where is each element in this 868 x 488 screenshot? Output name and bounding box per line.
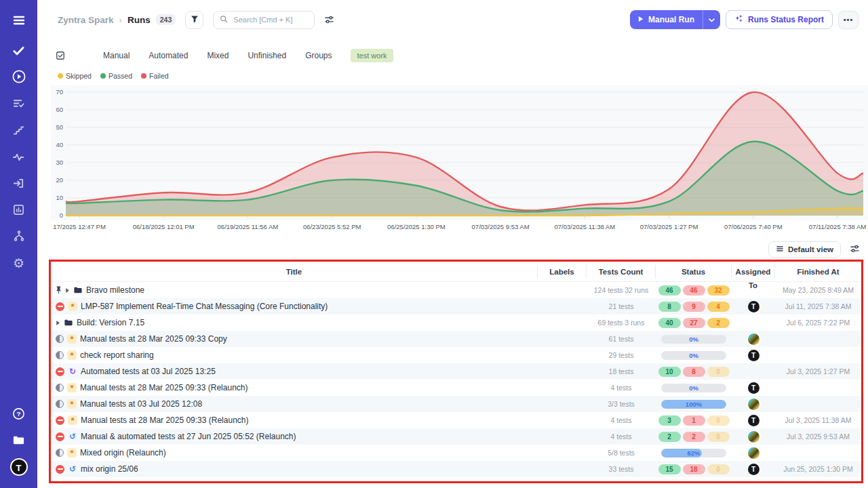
tab-unfinished[interactable]: Unfinished <box>248 51 286 60</box>
assignee-avatar[interactable]: T <box>748 382 760 394</box>
progress-label: 0% <box>661 335 726 344</box>
y-tick-label: 10 <box>56 194 63 201</box>
tag-test-work[interactable]: test work <box>351 49 393 62</box>
assignee-avatar[interactable]: T <box>748 415 760 426</box>
run-title[interactable]: Manual tests at 28 Mar 2025 09:33 (Relau… <box>81 415 248 425</box>
table-row[interactable]: *check report sharing29 tests0%T <box>51 347 861 363</box>
assignee-avatar[interactable]: T <box>748 350 760 361</box>
run-title[interactable]: Build: Version 7.15 <box>77 318 144 327</box>
table-row[interactable]: *Manual tests at 28 Mar 2025 09:33 (Rela… <box>51 380 861 396</box>
column-header-assigned-to[interactable]: Assigned To <box>732 265 775 279</box>
tests-count: 18 tests <box>587 363 656 380</box>
run-title[interactable]: Manual tests at 28 Mar 2025 09:33 (Relau… <box>80 383 248 392</box>
run-title[interactable]: Mixed origin (Relaunch) <box>80 448 166 458</box>
select-check-icon[interactable] <box>56 51 65 60</box>
funnel-icon <box>191 14 199 26</box>
manual-run-button[interactable]: Manual Run <box>630 10 720 29</box>
table-row[interactable]: *Manual tests at 28 Mar 2025 09:33 Copy6… <box>51 331 861 347</box>
run-title[interactable]: check report sharing <box>80 350 154 360</box>
labels-cell <box>538 314 587 331</box>
table-row[interactable]: Bravo milestone124 tests 32 runs464632Ma… <box>51 282 861 298</box>
table-row[interactable]: Build: Version 7.1569 tests 3 runs40272J… <box>51 314 861 331</box>
filter-button[interactable] <box>185 11 203 29</box>
assignee-avatar[interactable]: T <box>748 464 760 475</box>
table-row[interactable]: ↺mix origin 25/0633 tests15180TJun 25, 2… <box>51 461 861 477</box>
search-box[interactable] <box>213 11 315 29</box>
sidebar-item-pulse[interactable] <box>0 148 37 165</box>
sidebar-item-sign-in[interactable] <box>0 175 37 191</box>
more-actions-button[interactable]: ••• <box>838 11 859 29</box>
run-title[interactable]: Automated tests at 03 Jul 2025 13:25 <box>81 367 216 376</box>
assignee-avatar[interactable]: T <box>748 301 760 312</box>
sidebar-item-play-circle[interactable] <box>0 68 37 85</box>
expander-icon[interactable] <box>65 287 70 293</box>
run-title[interactable]: Manual tests at 03 Jul 2025 12:08 <box>80 399 202 409</box>
legend-failed[interactable]: Failed <box>141 72 169 80</box>
column-header-tests-count[interactable]: Tests Count <box>587 265 656 279</box>
column-header-status[interactable]: Status <box>656 265 732 279</box>
sidebar-item-menu[interactable] <box>0 12 37 28</box>
sparkles-icon <box>734 14 743 25</box>
play-icon <box>638 15 644 24</box>
table-row[interactable]: *Manual tests at 28 Mar 2025 09:33 (Rela… <box>51 412 861 428</box>
count-pill-green: 3 <box>658 415 681 426</box>
run-title[interactable]: mix origin 25/06 <box>81 464 138 474</box>
column-header-finished-at[interactable]: Finished At <box>775 265 861 279</box>
progress-bar: 62% <box>661 449 726 458</box>
menu-icon <box>12 14 26 27</box>
sidebar-item-folder[interactable] <box>0 432 37 448</box>
column-header-labels[interactable]: Labels <box>538 265 587 279</box>
y-tick-label: 0 <box>60 211 63 219</box>
expander-icon[interactable] <box>56 320 60 326</box>
status-cell: 1080 <box>656 363 732 380</box>
sidebar-item-branch[interactable] <box>0 228 37 244</box>
list-icon <box>776 245 784 254</box>
assignee-avatar[interactable] <box>748 447 760 459</box>
manual-run-dropdown[interactable] <box>703 10 720 29</box>
table-row[interactable]: ↺Manual & automated tests at 27 Jun 2025… <box>51 428 861 445</box>
default-view-button[interactable]: Default view <box>768 241 841 258</box>
table-row[interactable]: *Mixed origin (Relaunch)5/8 tests62% <box>51 445 861 461</box>
legend-label: Passed <box>108 72 132 80</box>
tab-groups[interactable]: Groups <box>305 51 332 60</box>
tests-count: 3/3 tests <box>587 396 656 412</box>
breadcrumb-project[interactable]: Zyntra Spark <box>58 15 114 25</box>
legend-skipped[interactable]: Skipped <box>58 72 92 80</box>
tab-automated[interactable]: Automated <box>149 51 188 60</box>
tests-count: 124 tests 32 runs <box>587 282 656 298</box>
adjustments-icon[interactable] <box>324 15 334 25</box>
assignee-cell: T <box>732 380 775 396</box>
run-title[interactable]: Manual & automated tests at 27 Jun 2025 … <box>81 432 296 441</box>
tab-mixed[interactable]: Mixed <box>207 51 229 60</box>
run-title[interactable]: Bravo milestone <box>86 285 144 295</box>
search-input[interactable] <box>232 15 307 24</box>
finished-at: Jul 3, 2025 1:27 PM <box>775 363 861 380</box>
run-title-cell: *Manual tests at 28 Mar 2025 09:33 Copy <box>51 331 538 347</box>
status-stopped-icon <box>56 465 64 474</box>
assignee-avatar[interactable] <box>748 431 760 443</box>
tab-manual[interactable]: Manual <box>103 51 130 60</box>
sidebar-item-help[interactable]: ? <box>0 405 37 422</box>
sidebar-item-list-check[interactable] <box>0 95 37 111</box>
user-avatar[interactable]: T <box>10 458 28 476</box>
assignee-avatar[interactable] <box>748 333 760 345</box>
column-header-title[interactable]: Title <box>51 265 538 279</box>
progress-label: 62% <box>661 449 726 458</box>
assignee-avatar[interactable] <box>748 399 760 410</box>
table-header: TitleLabelsTests CountStatusAssigned ToF… <box>51 262 861 282</box>
run-title[interactable]: Manual tests at 28 Mar 2025 09:33 Copy <box>80 334 227 344</box>
sidebar-item-check[interactable] <box>0 42 37 58</box>
table-row[interactable]: *Manual tests at 03 Jul 2025 12:083/3 te… <box>51 396 861 412</box>
finished-at: Jul 3, 2025 11:38 AM <box>775 412 861 428</box>
table-row[interactable]: *LMP-587 Implement Real-Time Chat Messag… <box>51 298 861 314</box>
sidebar-item-steps[interactable] <box>0 122 37 138</box>
table-settings-icon[interactable] <box>850 244 860 257</box>
table-row[interactable]: ↻Automated tests at 03 Jul 2025 13:2518 … <box>51 363 861 380</box>
tests-count: 61 tests <box>587 331 656 347</box>
pin-icon[interactable] <box>56 286 62 294</box>
sidebar-item-analytics[interactable] <box>0 201 37 218</box>
legend-passed[interactable]: Passed <box>100 72 132 80</box>
runs-status-report-button[interactable]: Runs Status Report <box>726 10 833 29</box>
run-title[interactable]: LMP-587 Implement Real-Time Chat Messagi… <box>81 302 328 311</box>
sidebar-item-gear[interactable]: ⚙ <box>0 255 37 271</box>
